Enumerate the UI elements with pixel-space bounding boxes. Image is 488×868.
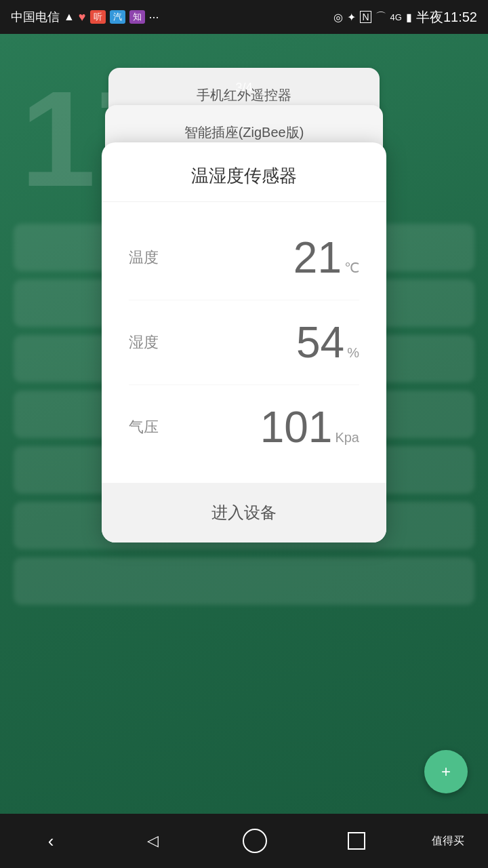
location-icon: ◎ bbox=[333, 11, 343, 24]
temperature-value: 21 ℃ bbox=[293, 236, 359, 279]
pressure-value: 101 Kpa bbox=[260, 406, 359, 449]
card-title: 温湿度传感器 bbox=[102, 142, 386, 202]
card-behind-1-title: 智能插座(ZigBee版) bbox=[184, 123, 304, 142]
nfc-icon: N bbox=[360, 11, 371, 23]
main-card: 温湿度传感器 温度 21 ℃ 湿度 54 % 气压 bbox=[102, 142, 386, 542]
signal-icon: ▲ bbox=[64, 11, 75, 23]
card-footer[interactable]: 进入设备 bbox=[102, 483, 386, 542]
pressure-unit: Kpa bbox=[335, 430, 359, 446]
pagination-text: 3/4 bbox=[235, 81, 252, 94]
battery-icon: ▮ bbox=[406, 11, 412, 24]
triangle-icon: ◁ bbox=[147, 832, 159, 850]
temperature-row: 温度 21 ℃ bbox=[129, 216, 359, 300]
humidity-number: 54 bbox=[296, 321, 344, 364]
pagination: 3/4 bbox=[102, 81, 386, 95]
nav-site-label: 值得买 bbox=[432, 834, 464, 848]
nav-back-button[interactable]: ‹ bbox=[24, 821, 78, 861]
time-display: 半夜11:52 bbox=[416, 8, 477, 26]
pressure-number: 101 bbox=[260, 406, 333, 449]
bottom-nav: ‹ ◁ 值得买 bbox=[0, 814, 488, 868]
wifi-icon: ⌒ bbox=[375, 10, 386, 24]
humidity-row: 湿度 54 % bbox=[129, 300, 359, 385]
signal-4g-icon: 4G bbox=[390, 12, 402, 22]
nav-triangle-button[interactable]: ◁ bbox=[126, 821, 180, 861]
nav-home-button[interactable] bbox=[228, 821, 282, 861]
carrier-text: 中国电信 bbox=[11, 9, 60, 25]
temperature-unit: ℃ bbox=[344, 260, 359, 276]
bluetooth-icon: ✦ bbox=[347, 11, 356, 24]
app-icon2: 知 bbox=[129, 10, 145, 24]
pressure-row: 气压 101 Kpa bbox=[129, 385, 359, 469]
fab-icon: + bbox=[441, 762, 451, 781]
site-text: 值得买 bbox=[432, 834, 464, 848]
fab-button[interactable]: + bbox=[424, 750, 468, 793]
home-icon bbox=[243, 829, 267, 853]
temperature-label: 温度 bbox=[129, 248, 159, 268]
status-right: ◎ ✦ N ⌒ 4G ▮ 半夜11:52 bbox=[333, 8, 477, 26]
more-icon: ··· bbox=[149, 10, 159, 24]
back-icon: ‹ bbox=[48, 831, 54, 852]
listen-icon: 听 bbox=[90, 10, 106, 24]
temperature-number: 21 bbox=[293, 236, 342, 279]
bg-list-item-7 bbox=[14, 557, 474, 605]
humidity-label: 湿度 bbox=[129, 332, 159, 353]
status-left: 中国电信 ▲ ♥ 听 汽 知 ··· bbox=[11, 9, 159, 25]
app-icon1: 汽 bbox=[110, 10, 125, 24]
enter-device-button[interactable]: 进入设备 bbox=[115, 502, 373, 524]
card-body: 温度 21 ℃ 湿度 54 % 气压 101 Kpa bbox=[102, 202, 386, 483]
health-icon: ♥ bbox=[79, 10, 86, 24]
nav-recent-button[interactable] bbox=[329, 821, 384, 861]
status-bar: 中国电信 ▲ ♥ 听 汽 知 ··· ◎ ✦ N ⌒ 4G ▮ 半夜11:52 bbox=[0, 0, 488, 34]
humidity-unit: % bbox=[347, 345, 359, 361]
pressure-label: 气压 bbox=[129, 417, 159, 437]
humidity-value: 54 % bbox=[296, 321, 359, 364]
recent-icon bbox=[348, 832, 365, 850]
